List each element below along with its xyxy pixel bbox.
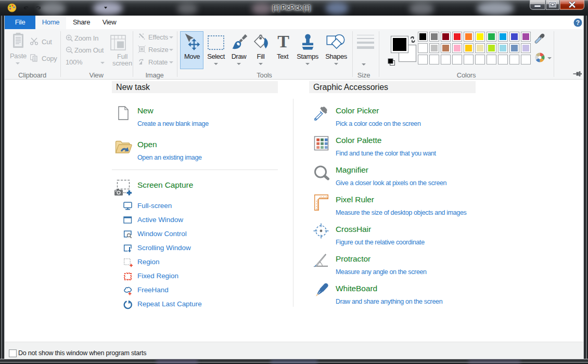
svg-text:?: ? [576, 19, 580, 27]
svg-text:T: T [277, 34, 289, 48]
